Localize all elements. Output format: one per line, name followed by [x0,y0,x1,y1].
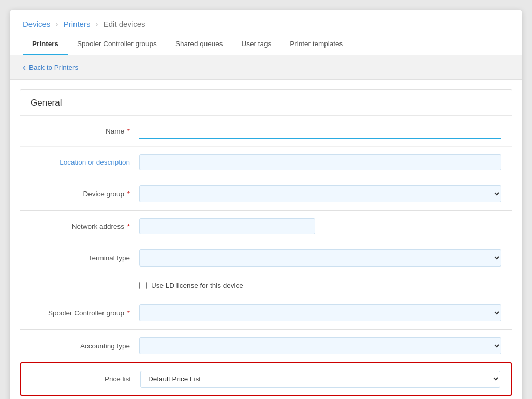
tab-shared-queues[interactable]: Shared queues [166,34,232,55]
breadcrumb-devices[interactable]: Devices [23,20,50,28]
tab-printer-templates[interactable]: Printer templates [280,34,352,55]
ld-license-checkbox[interactable] [139,282,147,289]
name-label: Name * [31,127,139,135]
accounting-type-field-container [139,337,501,354]
terminal-type-field-container [139,249,501,267]
tab-printers[interactable]: Printers [23,34,68,55]
location-label: Location or description [31,158,139,166]
name-input[interactable] [139,123,501,139]
location-field-container [139,154,501,170]
accounting-type-row: Accounting type [20,330,512,362]
network-address-field-container [139,218,501,234]
spooler-controller-field-container [139,304,501,321]
name-row: Name * [20,116,512,147]
location-input[interactable] [139,154,501,170]
location-row: Location or description [20,147,512,178]
ld-license-text: Use LD license for this device [151,282,243,289]
accounting-type-label: Accounting type [31,342,139,350]
terminal-type-label: Terminal type [31,254,139,262]
section-title: General [20,90,512,116]
name-field-container [139,123,501,139]
network-address-row: Network address * [20,211,512,242]
price-list-select[interactable]: Default Price List [140,371,500,388]
breadcrumb-bar: Devices › Printers › Edit devices [10,10,522,34]
back-bar: Back to Printers [10,55,522,80]
breadcrumb-sep2: › [96,20,98,28]
terminal-type-select[interactable] [139,249,501,267]
price-list-label: Price list [32,375,140,383]
device-group-label: Device group * [31,190,139,198]
price-list-row: Price list Default Price List [20,362,512,396]
tab-user-tags[interactable]: User tags [232,34,280,55]
breadcrumb-current: Edit devices [104,20,145,28]
back-to-printers-link[interactable]: Back to Printers [23,63,78,72]
breadcrumb: Devices › Printers › Edit devices [23,20,509,28]
tab-spooler-controller-groups[interactable]: Spooler Controller groups [68,34,166,55]
ld-license-row: Use LD license for this device [20,274,512,297]
breadcrumb-sep1: › [56,20,58,28]
ld-license-checkbox-label[interactable]: Use LD license for this device [139,282,501,289]
price-list-field-container: Default Price List [140,371,500,388]
device-group-select[interactable] [139,185,501,202]
spooler-controller-select[interactable] [139,304,501,321]
tabs-bar: Printers Spooler Controller groups Share… [10,34,522,55]
spooler-controller-label: Spooler Controller group * [31,309,139,317]
device-group-row: Device group * [20,178,512,210]
terminal-type-row: Terminal type [20,242,512,274]
accounting-type-select[interactable] [139,337,501,354]
breadcrumb-printers[interactable]: Printers [64,20,91,28]
form-container: General Name * Location or description D… [20,89,512,396]
network-address-input[interactable] [139,218,315,234]
ld-license-field-container: Use LD license for this device [139,282,501,289]
spooler-controller-row: Spooler Controller group * [20,297,512,329]
network-address-label: Network address * [31,223,139,230]
main-window: Devices › Printers › Edit devices Printe… [10,10,522,399]
device-group-field-container [139,185,501,202]
